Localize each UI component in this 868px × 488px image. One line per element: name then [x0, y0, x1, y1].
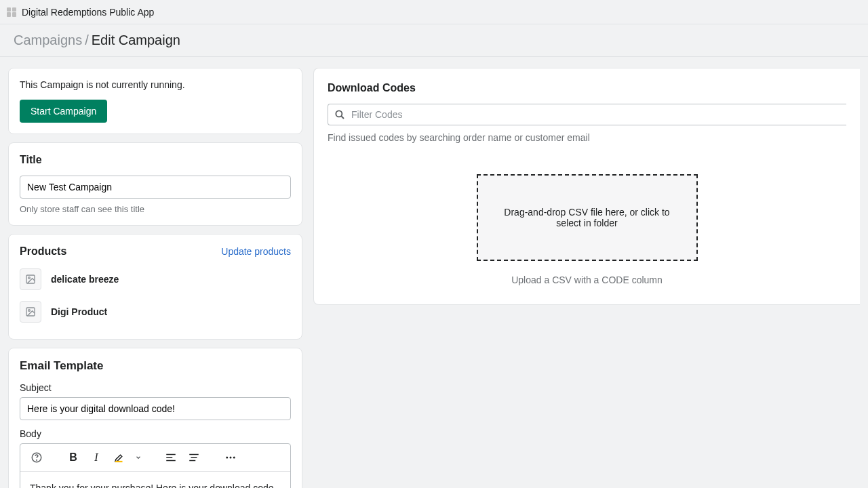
- email-heading: Email Template: [20, 359, 291, 373]
- campaign-status-text: This Campaign is not currently running.: [20, 79, 291, 90]
- highlight-icon[interactable]: [110, 448, 129, 467]
- editor-toolbar: B I: [20, 444, 290, 472]
- subject-label: Subject: [20, 382, 291, 393]
- filter-codes-search[interactable]: [328, 104, 846, 125]
- bold-icon[interactable]: B: [64, 448, 83, 467]
- download-codes-card: Download Codes Find issued codes by sear…: [313, 68, 860, 305]
- subject-input[interactable]: [20, 397, 291, 420]
- products-heading: Products: [20, 245, 66, 258]
- search-icon: [334, 108, 346, 121]
- product-item: delicate breeze: [20, 263, 291, 296]
- italic-icon[interactable]: I: [87, 448, 106, 467]
- image-placeholder-icon: [20, 301, 41, 323]
- product-item: Digi Product: [20, 296, 291, 328]
- filter-helper: Find issued codes by searching order nam…: [328, 132, 846, 143]
- breadcrumb-separator: /: [85, 33, 89, 48]
- editor-content[interactable]: Thank you for your purchase! Here is you…: [20, 472, 290, 488]
- dropzone-helper: Upload a CSV with a CODE column: [511, 274, 663, 285]
- product-name: Digi Product: [51, 306, 107, 317]
- update-products-link[interactable]: Update products: [221, 246, 291, 257]
- svg-point-1: [28, 277, 31, 279]
- app-logo-icon: [7, 7, 16, 17]
- products-card: Products Update products delicate breeze…: [8, 234, 302, 340]
- align-left-icon[interactable]: [161, 448, 180, 467]
- svg-line-16: [341, 116, 344, 119]
- more-icon[interactable]: [221, 448, 240, 467]
- product-name: delicate breeze: [51, 274, 119, 285]
- breadcrumb-current: Edit Campaign: [92, 33, 180, 48]
- top-bar: Digital Redemptions Public App: [0, 0, 868, 24]
- breadcrumb: Campaigns / Edit Campaign: [0, 24, 868, 57]
- app-title: Digital Redemptions Public App: [22, 7, 154, 18]
- align-center-icon[interactable]: [184, 448, 203, 467]
- csv-dropzone[interactable]: Drag-and-drop CSV file here, or click to…: [477, 174, 698, 261]
- filter-codes-input[interactable]: [351, 109, 841, 120]
- status-card: This Campaign is not currently running. …: [8, 68, 302, 134]
- svg-point-3: [28, 310, 31, 312]
- body-editor: B I: [20, 443, 291, 488]
- svg-point-14: [233, 457, 235, 459]
- title-card: Title Only store staff can see this titl…: [8, 142, 302, 226]
- title-heading: Title: [20, 154, 291, 166]
- svg-point-15: [336, 110, 342, 117]
- start-campaign-button[interactable]: Start Campaign: [20, 100, 107, 123]
- title-helper: Only store staff can see this title: [20, 204, 291, 214]
- body-line-1: Thank you for your purchase! Here is you…: [30, 481, 281, 488]
- body-label: Body: [20, 428, 291, 439]
- download-heading: Download Codes: [328, 82, 846, 94]
- svg-point-12: [226, 457, 228, 459]
- dropzone-text: Drag-and-drop CSV file here, or click to…: [492, 207, 683, 228]
- image-placeholder-icon: [20, 268, 41, 290]
- chevron-down-icon[interactable]: [133, 448, 144, 467]
- email-template-card: Email Template Subject Body B I: [8, 348, 302, 488]
- svg-point-13: [230, 457, 232, 459]
- svg-point-5: [37, 460, 37, 460]
- help-icon[interactable]: [27, 448, 46, 467]
- campaign-title-input[interactable]: [20, 176, 291, 199]
- breadcrumb-parent[interactable]: Campaigns: [14, 33, 82, 48]
